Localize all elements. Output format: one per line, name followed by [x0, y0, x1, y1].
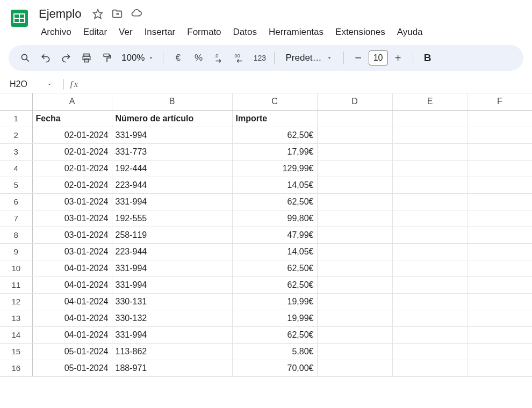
decrease-font-size-button[interactable]: − — [349, 49, 368, 67]
col-header-F[interactable]: F — [468, 93, 532, 110]
cell[interactable]: 03-01-2024 — [32, 227, 112, 243]
cell[interactable] — [392, 276, 468, 293]
font-family-select[interactable]: Predet… — [280, 53, 337, 63]
cell[interactable] — [468, 326, 532, 343]
cell[interactable]: 03-01-2024 — [32, 193, 112, 210]
row-header[interactable]: 3 — [0, 143, 32, 160]
cell[interactable] — [392, 177, 468, 193]
cell[interactable]: 03-01-2024 — [32, 210, 112, 227]
undo-icon[interactable] — [37, 49, 55, 67]
menu-herramientas[interactable]: Herramientas — [263, 25, 329, 40]
cell[interactable]: 14,05€ — [232, 243, 317, 260]
cell[interactable] — [317, 293, 392, 310]
increase-font-size-button[interactable]: + — [389, 49, 407, 67]
menu-ver[interactable]: Ver — [113, 25, 138, 40]
cell[interactable] — [468, 310, 532, 326]
cell[interactable] — [317, 110, 392, 127]
row-header[interactable]: 1 — [0, 110, 32, 127]
cell[interactable] — [468, 160, 532, 177]
row-header[interactable]: 10 — [0, 260, 32, 276]
row-header[interactable]: 16 — [0, 360, 32, 376]
cell[interactable] — [317, 360, 392, 376]
cell[interactable] — [392, 326, 468, 343]
cell[interactable]: 99,80€ — [232, 210, 317, 227]
cell[interactable] — [392, 293, 468, 310]
paint-format-icon[interactable] — [98, 49, 116, 67]
cell[interactable] — [317, 227, 392, 243]
cell[interactable]: 258-119 — [112, 227, 232, 243]
cell[interactable]: 04-01-2024 — [32, 310, 112, 326]
cell[interactable]: 14,05€ — [232, 177, 317, 193]
cell[interactable]: 62,50€ — [232, 127, 317, 143]
menu-formato[interactable]: Formato — [182, 25, 226, 40]
cell[interactable] — [317, 276, 392, 293]
cell[interactable] — [392, 243, 468, 260]
spreadsheet-grid[interactable]: A B C D E F 1FechaNúmero de artículoImpo… — [0, 93, 532, 377]
menu-editar[interactable]: Editar — [78, 25, 112, 40]
row-header[interactable]: 4 — [0, 160, 32, 177]
cell[interactable] — [468, 293, 532, 310]
cell[interactable]: 03-01-2024 — [32, 243, 112, 260]
cell[interactable] — [468, 243, 532, 260]
cell[interactable]: 02-01-2024 — [32, 160, 112, 177]
menu-insertar[interactable]: Insertar — [139, 25, 181, 40]
cell[interactable] — [392, 260, 468, 276]
name-box[interactable]: H2O — [5, 79, 58, 89]
row-header[interactable]: 2 — [0, 127, 32, 143]
cell[interactable] — [468, 227, 532, 243]
cell[interactable]: 62,50€ — [232, 276, 317, 293]
cell[interactable]: 04-01-2024 — [32, 260, 112, 276]
cell[interactable]: 04-01-2024 — [32, 326, 112, 343]
cell[interactable]: Número de artículo — [112, 110, 232, 127]
cell[interactable]: 02-01-2024 — [32, 177, 112, 193]
cell[interactable]: Fecha — [32, 110, 112, 127]
redo-icon[interactable] — [57, 49, 75, 67]
row-header[interactable]: 12 — [0, 293, 32, 310]
cell[interactable] — [317, 310, 392, 326]
cell[interactable]: 5,80€ — [232, 343, 317, 360]
cell[interactable]: 330-132 — [112, 310, 232, 326]
cell[interactable]: 19,99€ — [232, 310, 317, 326]
cloud-status-icon[interactable] — [131, 8, 142, 20]
cell[interactable] — [317, 160, 392, 177]
row-header[interactable]: 13 — [0, 310, 32, 326]
col-header-B[interactable]: B — [112, 93, 232, 110]
cell[interactable]: 70,00€ — [232, 360, 317, 376]
more-formats-button[interactable]: 123 — [250, 49, 269, 67]
sheets-logo-icon[interactable] — [9, 8, 30, 29]
bold-button[interactable]: B — [419, 52, 437, 64]
cell[interactable] — [317, 177, 392, 193]
search-icon[interactable] — [16, 49, 34, 67]
select-all-corner[interactable] — [0, 93, 32, 110]
cell[interactable] — [468, 360, 532, 376]
cell[interactable] — [317, 127, 392, 143]
cell[interactable] — [392, 193, 468, 210]
row-header[interactable]: 9 — [0, 243, 32, 260]
cell[interactable] — [468, 260, 532, 276]
cell[interactable]: 02-01-2024 — [32, 143, 112, 160]
currency-format-button[interactable]: € — [169, 49, 187, 67]
cell[interactable]: 331-994 — [112, 326, 232, 343]
cell[interactable]: 19,99€ — [232, 293, 317, 310]
row-header[interactable]: 14 — [0, 326, 32, 343]
cell[interactable]: 192-555 — [112, 210, 232, 227]
cell[interactable] — [317, 343, 392, 360]
cell[interactable]: 04-01-2024 — [32, 293, 112, 310]
cell[interactable]: 331-994 — [112, 276, 232, 293]
cell[interactable]: 331-773 — [112, 143, 232, 160]
document-title[interactable]: Ejemplo — [35, 6, 84, 22]
cell[interactable]: 62,50€ — [232, 260, 317, 276]
menu-ayuda[interactable]: Ayuda — [392, 25, 428, 40]
cell[interactable] — [317, 243, 392, 260]
cell[interactable]: 04-01-2024 — [32, 276, 112, 293]
cell[interactable] — [317, 210, 392, 227]
cell[interactable]: 331-994 — [112, 260, 232, 276]
cell[interactable] — [317, 326, 392, 343]
increase-decimal-icon[interactable]: .00 — [230, 49, 248, 67]
cell[interactable] — [317, 143, 392, 160]
cell[interactable]: 223-944 — [112, 243, 232, 260]
cell[interactable]: 331-994 — [112, 127, 232, 143]
cell[interactable]: 62,50€ — [232, 193, 317, 210]
cell[interactable] — [392, 360, 468, 376]
cell[interactable] — [468, 127, 532, 143]
